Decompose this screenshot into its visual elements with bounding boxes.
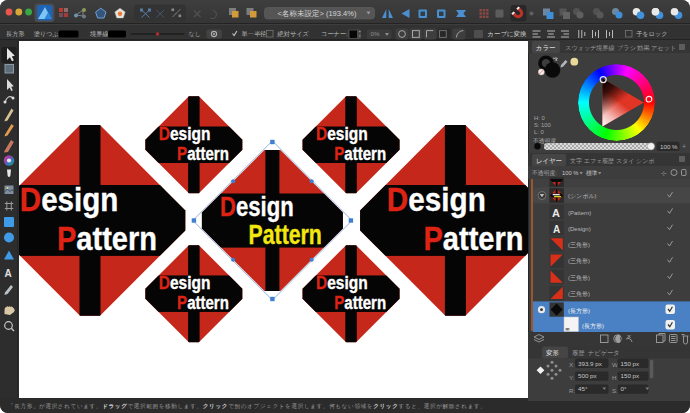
svg-text:ナビゲータ: ナビゲータ <box>588 349 620 356</box>
svg-text:R:: R: <box>569 387 575 394</box>
svg-text:Pattern: Pattern <box>177 293 229 313</box>
svg-text:効果: 効果 <box>637 44 650 51</box>
svg-text:150 px: 150 px <box>621 360 640 367</box>
svg-text:<名称未設定> (193.4%): <名称未設定> (193.4%) <box>278 9 357 18</box>
svg-text:Pattern: Pattern <box>424 220 524 257</box>
svg-text:エフェ: エフェ <box>584 158 602 164</box>
svg-text:L: 0: L: 0 <box>534 129 544 135</box>
svg-text:Design: Design <box>159 273 211 293</box>
svg-text:カラー: カラー <box>536 44 555 51</box>
svg-text:45°: 45° <box>578 385 588 392</box>
svg-text:レイヤー: レイヤー <box>536 157 562 164</box>
svg-text:0%: 0% <box>371 30 380 37</box>
svg-text:(Pattern): (Pattern) <box>568 210 591 216</box>
svg-text:(長方形): (長方形) <box>568 307 590 315</box>
svg-text:コーナー:: コーナー: <box>321 30 348 37</box>
svg-text:履歴: 履歴 <box>602 157 614 164</box>
svg-text:Pattern: Pattern <box>249 219 322 250</box>
svg-text:(三角形): (三角形) <box>568 242 590 248</box>
svg-text:絶対サイズ: 絶対サイズ <box>277 30 310 37</box>
svg-text:X:: X: <box>569 361 575 368</box>
svg-text:子をロック: 子をロック <box>636 30 668 38</box>
svg-text:Design: Design <box>20 181 119 218</box>
svg-text:Pattern: Pattern <box>334 293 386 313</box>
svg-text:アセット: アセット <box>651 44 676 51</box>
svg-text:100 %: 100 % <box>660 143 678 150</box>
svg-text:⊹: ⊹ <box>661 170 667 177</box>
svg-text:スウォッチ: スウォッチ <box>565 44 597 51</box>
svg-text:Y:: Y: <box>569 374 575 381</box>
svg-text:H: 0: H: 0 <box>534 115 545 121</box>
svg-text:(長方形): (長方形) <box>582 322 604 330</box>
svg-text:文字: 文字 <box>570 157 582 164</box>
svg-text:Pattern: Pattern <box>334 144 386 164</box>
svg-text:(Design): (Design) <box>568 226 591 232</box>
svg-text:100 %: 100 % <box>562 170 578 176</box>
svg-text:H:: H: <box>612 374 618 381</box>
svg-text:Design: Design <box>159 124 211 144</box>
svg-text:ブラシ: ブラシ <box>617 44 636 51</box>
svg-text:不透明度:: 不透明度: <box>532 169 557 177</box>
svg-text:スタイ シンボ: スタイ シンボ <box>616 158 655 164</box>
svg-text:A: A <box>552 207 560 219</box>
svg-text:S:: S: <box>612 387 618 394</box>
svg-text:境界線:: 境界線: <box>90 30 111 38</box>
svg-text:Pattern: Pattern <box>177 144 229 164</box>
svg-text:Design: Design <box>387 181 486 218</box>
svg-text:カーブに変換: カーブに変換 <box>488 30 527 37</box>
svg-text:Design: Design <box>220 191 294 222</box>
svg-text:500 px: 500 px <box>578 372 597 379</box>
svg-text:S: 100: S: 100 <box>534 122 551 128</box>
svg-text:393.9 px: 393.9 px <box>578 360 603 367</box>
svg-text:+: + <box>682 143 686 150</box>
svg-text:履歴: 履歴 <box>572 349 585 356</box>
svg-text:変形: 変形 <box>546 349 559 356</box>
svg-text:単一半径: 単一半径 <box>242 30 267 37</box>
svg-text:標準: 標準 <box>586 170 598 176</box>
svg-text:A: A <box>553 224 560 235</box>
svg-text:0°: 0° <box>621 385 627 392</box>
svg-text:A: A <box>5 268 12 279</box>
svg-text:長方形: 長方形 <box>6 30 25 38</box>
svg-text:150 px: 150 px <box>621 372 640 379</box>
svg-text:(シンボル): (シンボル) <box>568 193 597 199</box>
svg-text:なし: なし <box>189 30 202 37</box>
svg-text:Pattern: Pattern <box>57 220 157 257</box>
svg-text:Design: Design <box>316 124 368 144</box>
svg-text:Design: Design <box>316 273 368 293</box>
svg-text:境界線: 境界線 <box>596 44 615 52</box>
